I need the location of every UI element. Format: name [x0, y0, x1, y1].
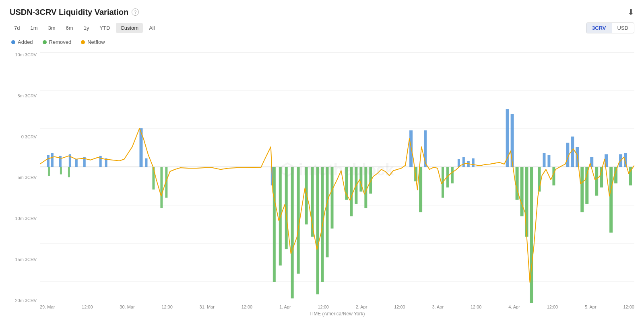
svg-rect-69: [595, 167, 598, 195]
svg-text:⬡ intotheblock: ⬡ intotheblock: [280, 160, 394, 179]
legend-label-netflow: Netflow: [87, 39, 105, 45]
x-label-4apr: 4. Apr: [508, 304, 520, 309]
svg-rect-24: [273, 167, 276, 282]
legend-label-removed: Removed: [49, 39, 72, 45]
legend-added: Added: [11, 39, 33, 45]
y-label-neg10m: -10m 3CRV: [10, 216, 40, 221]
svg-rect-66: [580, 167, 584, 212]
time-filter-1m[interactable]: 1m: [26, 23, 42, 33]
svg-rect-61: [547, 155, 550, 167]
x-label-2apr: 2. Apr: [356, 304, 367, 309]
y-label-0: 0 3CRV: [10, 134, 40, 139]
x-label-1apr: 1. Apr: [279, 304, 291, 309]
time-filter-custom[interactable]: Custom: [116, 23, 143, 33]
x-axis-title: TIME (America/New York): [40, 311, 634, 317]
x-label-1200-3: 12:00: [242, 304, 253, 309]
svg-rect-31: [316, 167, 319, 294]
x-label-1200-8: 12:00: [623, 304, 634, 309]
svg-rect-14: [99, 156, 102, 167]
svg-rect-16: [139, 128, 142, 167]
svg-rect-55: [516, 167, 519, 200]
x-label-29mar: 29. Mar: [40, 304, 55, 309]
svg-rect-72: [609, 167, 613, 232]
svg-rect-56: [520, 167, 524, 216]
svg-rect-60: [543, 153, 545, 167]
legend-dot-added: [11, 40, 15, 44]
time-filter-all[interactable]: All: [144, 23, 159, 33]
x-label-1200-7: 12:00: [547, 304, 558, 309]
svg-rect-44: [419, 167, 422, 212]
svg-rect-9: [51, 153, 54, 167]
y-label-neg15m: -15m 3CRV: [10, 257, 40, 262]
y-axis: 10m 3CRV 5m 3CRV 0 3CRV -5m 3CRV -10m 3C…: [10, 48, 40, 319]
download-button[interactable]: ⬇: [627, 7, 634, 17]
x-label-1200-5: 12:00: [394, 304, 405, 309]
time-filters: 7d 1m 3m 6m 1y YTD Custom All: [10, 23, 159, 33]
currency-usd[interactable]: USD: [612, 23, 634, 33]
x-label-1200-1: 12:00: [82, 304, 93, 309]
svg-rect-67: [585, 167, 588, 204]
legend-dot-netflow: [81, 40, 85, 44]
x-label-1200-4: 12:00: [318, 304, 329, 309]
y-label-neg20m: -20m 3CRV: [10, 298, 40, 303]
title-section: USDN-3CRV Liquidity Variation ?: [10, 8, 139, 17]
svg-rect-50: [462, 157, 465, 167]
svg-rect-18: [48, 167, 50, 176]
svg-rect-20: [68, 167, 70, 177]
chart-area: 10m 3CRV 5m 3CRV 0 3CRV -5m 3CRV -10m 3C…: [10, 48, 634, 319]
svg-rect-22: [160, 167, 163, 208]
svg-rect-17: [145, 158, 147, 167]
legend-dot-removed: [43, 40, 47, 44]
svg-rect-19: [60, 167, 62, 174]
time-filter-6m[interactable]: 6m: [62, 23, 78, 33]
svg-rect-27: [291, 167, 294, 298]
svg-rect-33: [326, 167, 329, 257]
svg-rect-52: [472, 158, 475, 167]
help-icon[interactable]: ?: [132, 8, 139, 16]
x-label-1200-6: 12:00: [471, 304, 482, 309]
y-label-neg5m: -5m 3CRV: [10, 175, 40, 180]
y-label-5m: 5m 3CRV: [10, 93, 40, 98]
legend-netflow: Netflow: [81, 39, 105, 45]
legend-removed: Removed: [43, 39, 72, 45]
x-label-31mar: 31. Mar: [200, 304, 215, 309]
y-label-10m: 10m 3CRV: [10, 52, 40, 57]
time-filter-ytd[interactable]: YTD: [95, 23, 114, 33]
svg-rect-57: [525, 167, 528, 237]
currency-filters: 3CRV USD: [586, 23, 634, 33]
chart-inner: ⬡ intotheblock 29. Mar 12:00 30. Mar 12:…: [40, 48, 634, 319]
svg-rect-8: [47, 155, 50, 167]
x-label-30mar: 30. Mar: [120, 304, 134, 309]
legend-row: Added Removed Netflow: [10, 39, 634, 45]
x-axis: 29. Mar 12:00 30. Mar 12:00 31. Mar 12:0…: [40, 303, 634, 319]
currency-3crv[interactable]: 3CRV: [586, 23, 611, 33]
x-label-5apr: 5. Apr: [585, 304, 597, 309]
time-filter-7d[interactable]: 7d: [10, 23, 24, 33]
x-labels: 29. Mar 12:00 30. Mar 12:00 31. Mar 12:0…: [40, 303, 634, 311]
x-label-3apr: 3. Apr: [432, 304, 444, 309]
svg-rect-54: [511, 114, 514, 167]
svg-rect-12: [75, 159, 78, 167]
svg-rect-58: [530, 167, 533, 303]
time-filter-1y[interactable]: 1y: [79, 23, 94, 33]
svg-rect-49: [458, 159, 460, 167]
header-row: USDN-3CRV Liquidity Variation ? ⬇: [10, 7, 634, 17]
legend-label-added: Added: [18, 39, 33, 45]
controls-row: 7d 1m 3m 6m 1y YTD Custom All 3CRV USD: [10, 23, 634, 33]
chart-svg: ⬡ intotheblock: [40, 48, 634, 303]
x-label-1200-2: 12:00: [161, 304, 173, 309]
svg-rect-48: [451, 167, 454, 183]
time-filter-3m[interactable]: 3m: [44, 23, 60, 33]
page-title: USDN-3CRV Liquidity Variation: [10, 8, 128, 17]
